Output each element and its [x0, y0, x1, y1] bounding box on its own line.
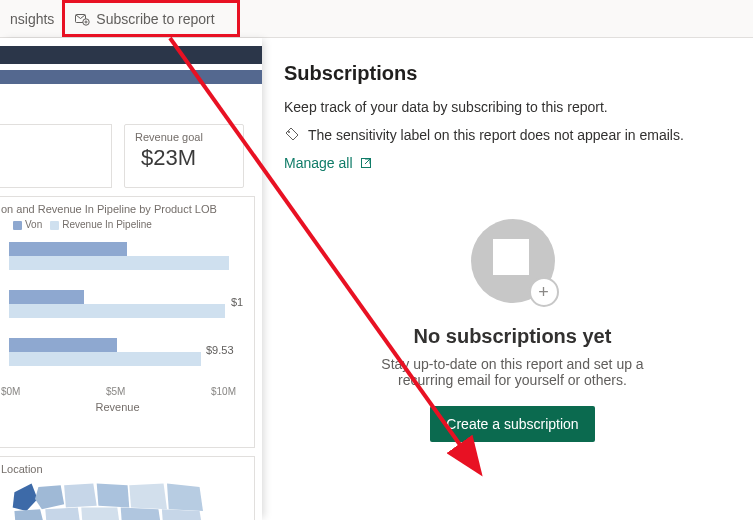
x-axis-label: Revenue	[0, 401, 246, 413]
tag-icon	[284, 127, 300, 143]
sensitivity-text: The sensitivity label on this report doe…	[308, 127, 684, 143]
manage-all-label: Manage all	[284, 155, 353, 171]
bar-chart-card[interactable]: on and Revenue In Pipeline by Product LO…	[0, 196, 255, 448]
subscribe-to-report-button[interactable]: Subscribe to report	[64, 7, 224, 31]
toolbar-item-insights[interactable]: nsights	[0, 5, 64, 33]
map-title: Location	[0, 463, 246, 475]
kpi-card-partial	[0, 124, 112, 188]
chart-legend: Von Revenue In Pipeline	[0, 219, 246, 230]
report-header-dark-band	[0, 46, 262, 64]
external-link-icon	[359, 156, 373, 170]
subscriptions-panel: Subscriptions Keep track of your data by…	[278, 38, 753, 520]
bar-row-3: $9.53	[0, 338, 246, 368]
report-header-mid-band	[0, 70, 262, 84]
kpi-value: $23M	[135, 145, 233, 171]
bar-value-label-1: $1	[231, 296, 243, 308]
x-axis-ticks: $0M $5M $10M	[0, 386, 246, 397]
panel-heading: Subscriptions	[284, 62, 741, 85]
chart-title: on and Revenue In Pipeline by Product LO…	[0, 203, 246, 215]
empty-state-heading: No subscriptions yet	[414, 325, 612, 348]
empty-state: + No subscriptions yet Stay up-to-date o…	[284, 219, 741, 442]
bar-value-label-2: $9.53	[206, 344, 234, 356]
svg-point-2	[288, 131, 290, 133]
plus-icon: +	[529, 277, 559, 307]
subscribe-icon	[74, 11, 90, 27]
map-visual-card[interactable]: Location	[0, 456, 255, 520]
panel-subtext: Keep track of your data by subscribing t…	[284, 99, 741, 115]
manage-all-link[interactable]: Manage all	[284, 155, 373, 171]
empty-state-illustration: +	[471, 219, 555, 303]
kpi-card-revenue-goal[interactable]: Revenue goal $23M	[124, 124, 244, 188]
legend-pipeline: Revenue In Pipeline	[62, 219, 152, 230]
kpi-label: Revenue goal	[135, 131, 233, 143]
bar-row-2: $1	[0, 290, 246, 320]
report-canvas: Revenue goal $23M on and Revenue In Pipe…	[0, 38, 262, 520]
bar-row-1	[0, 242, 246, 272]
legend-won: Von	[25, 219, 42, 230]
empty-state-body: Stay up-to-date on this report and set u…	[353, 356, 673, 388]
map-visual	[0, 475, 249, 520]
subscribe-label: Subscribe to report	[96, 11, 214, 27]
create-subscription-button[interactable]: Create a subscription	[430, 406, 594, 442]
